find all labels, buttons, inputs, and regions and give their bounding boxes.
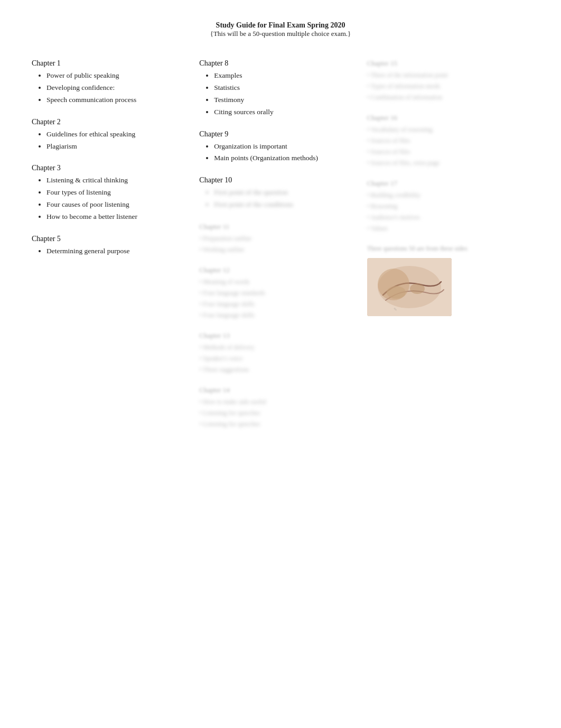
- content-columns: Chapter 1Power of public speakingDevelop…: [32, 59, 529, 440]
- blurred-chapter-block: Chapter 13• Methods of delivery• Speaker…: [199, 331, 356, 374]
- blurred-list-item: • Preparation outline: [199, 234, 356, 243]
- blurred-chapter-heading: Chapter 17: [367, 179, 524, 188]
- list-item: How to become a better listener: [46, 212, 189, 222]
- blurred-list-item: • Four language standards: [199, 288, 356, 298]
- list-item: Determining general purpose: [46, 246, 189, 256]
- blurred-chapter-block: Chapter 12• Meaning of words• Four langu…: [199, 266, 356, 320]
- list-item: Organization is important: [214, 142, 356, 152]
- page-header: Study Guide for Final Exam Spring 2020 {…: [32, 21, 529, 38]
- chapter-block: Chapter 10First point of the questionFir…: [199, 176, 356, 210]
- blurred-list-item: • Types of information needs: [367, 81, 524, 91]
- chapter-block: Chapter 1Power of public speakingDevelop…: [32, 59, 189, 105]
- blurred-list-item: • Sources of files, extra page: [367, 158, 524, 168]
- blurred-list-item: • Speaker's voice: [199, 354, 356, 363]
- svg-point-3: [410, 283, 425, 294]
- photo-image: ✎: [367, 258, 452, 316]
- column-3: Chapter 15• Three of the information poi…: [362, 59, 529, 316]
- blurred-chapter-block: Chapter 17• Building credibility• Reason…: [367, 179, 524, 233]
- blurred-list-item: • Methods of delivery: [199, 343, 356, 352]
- blurred-list-item: • Three suggestions: [199, 365, 356, 374]
- blurred-chapter-block: Chapter 11• Preparation outline• Working…: [199, 223, 356, 254]
- bullet-list: Power of public speakingDeveloping confi…: [32, 71, 189, 105]
- blurred-list-item: • Four language skills: [199, 299, 356, 309]
- list-item: Testimony: [214, 95, 356, 105]
- list-item: Speech communication process: [46, 95, 189, 105]
- blurred-list-item: • Reasoning: [367, 201, 524, 211]
- column-2: Chapter 8ExamplesStatisticsTestimonyCiti…: [194, 59, 361, 440]
- list-item: Four causes of poor listening: [46, 200, 189, 210]
- blurred-chapter-heading: Chapter 14: [199, 386, 356, 394]
- blurred-chapter-block: Chapter 14• How to make aids useful• Lis…: [199, 386, 356, 429]
- blurred-chapter-block: Chapter 15• Three of the information poi…: [367, 59, 524, 102]
- blurred-chapter-heading: Chapter 11: [199, 223, 356, 231]
- note-text: Three questions 50 are from these sides: [367, 245, 524, 253]
- chapter-heading: Chapter 9: [199, 130, 356, 139]
- page-title: Study Guide for Final Exam Spring 2020: [32, 21, 529, 30]
- list-item: Four types of listening: [46, 188, 189, 198]
- blurred-chapter-heading: Chapter 13: [199, 331, 356, 340]
- list-item: First point of the question: [214, 188, 356, 198]
- bullet-list: Listening & critical thinkingFour types …: [32, 176, 189, 222]
- bullet-list: Determining general purpose: [32, 246, 189, 256]
- chapter-block: Chapter 9Organization is importantMain p…: [199, 130, 356, 164]
- page-subtitle: {This will be a 50-question multiple cho…: [32, 30, 529, 38]
- list-item: Main points (Organization methods): [214, 153, 356, 163]
- svg-point-2: [387, 286, 406, 299]
- svg-point-1: [378, 266, 441, 308]
- blurred-chapter-heading: Chapter 12: [199, 266, 356, 274]
- bullet-list: First point of the questionFirst point o…: [199, 188, 356, 210]
- blurred-chapter-block: Chapter 16• Vocabulary of reasoning• Sou…: [367, 114, 524, 168]
- chapter-heading: Chapter 10: [199, 176, 356, 185]
- list-item: Listening & critical thinking: [46, 176, 189, 186]
- blurred-list-item: • Working outline: [199, 245, 356, 254]
- chapter-heading: Chapter 3: [32, 164, 189, 172]
- list-item: Plagiarism: [46, 142, 189, 152]
- blurred-list-item: • Audience's motives: [367, 213, 524, 222]
- svg-text:✎: ✎: [394, 307, 397, 312]
- blurred-chapter-heading: Chapter 15: [367, 59, 524, 68]
- blurred-list-item: • Listening for speeches: [199, 408, 356, 418]
- chapter-block: Chapter 3Listening & critical thinkingFo…: [32, 164, 189, 222]
- bullet-list: Organization is importantMain points (Or…: [199, 142, 356, 164]
- blurred-list-item: • Listening for speeches: [199, 419, 356, 429]
- chapter-heading: Chapter 2: [32, 118, 189, 126]
- chapter-heading: Chapter 8: [199, 59, 356, 68]
- bullet-list: Guidelines for ethical speakingPlagiaris…: [32, 130, 189, 152]
- blurred-list-item: • Values: [367, 224, 524, 233]
- blurred-list-item: • Building credibility: [367, 190, 524, 200]
- chapter-block: Chapter 8ExamplesStatisticsTestimonyCiti…: [199, 59, 356, 117]
- chapter-block: Chapter 5Determining general purpose: [32, 235, 189, 256]
- list-item: Guidelines for ethical speaking: [46, 130, 189, 140]
- list-item: Developing confidence:: [46, 83, 189, 93]
- blurred-list-item: • Four language skills: [199, 310, 356, 320]
- blurred-list-item: • Meaning of words: [199, 277, 356, 287]
- chapter-heading: Chapter 5: [32, 235, 189, 243]
- blurred-list-item: • Sources of files: [367, 147, 524, 156]
- blurred-list-item: • Three of the information point: [367, 70, 524, 80]
- list-item: Examples: [214, 71, 356, 81]
- list-item: Citing sources orally: [214, 107, 356, 117]
- list-item: Statistics: [214, 83, 356, 93]
- chapter-heading: Chapter 1: [32, 59, 189, 68]
- blurred-list-item: • Combination of information: [367, 93, 524, 102]
- list-item: Power of public speaking: [46, 71, 189, 81]
- blurred-list-item: • Vocabulary of reasoning: [367, 125, 524, 134]
- bullet-list: ExamplesStatisticsTestimonyCiting source…: [199, 71, 356, 117]
- blurred-chapter-heading: Chapter 16: [367, 114, 524, 122]
- column-1: Chapter 1Power of public speakingDevelop…: [32, 59, 194, 269]
- chapter-block: Chapter 2Guidelines for ethical speaking…: [32, 118, 189, 152]
- list-item: First point of the conditions: [214, 200, 356, 210]
- blurred-list-item: • Sources of files: [367, 136, 524, 145]
- blurred-list-item: • How to make aids useful: [199, 397, 356, 407]
